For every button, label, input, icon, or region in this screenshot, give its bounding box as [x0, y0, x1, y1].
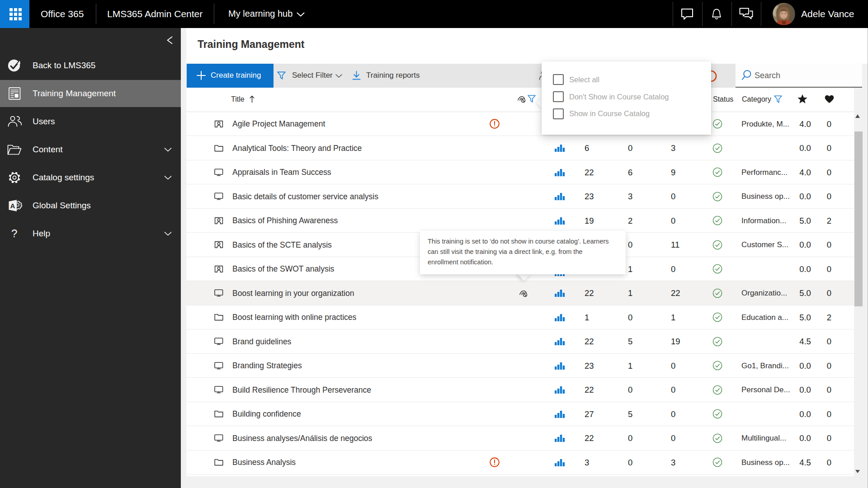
- svg-text:A: A: [10, 202, 15, 210]
